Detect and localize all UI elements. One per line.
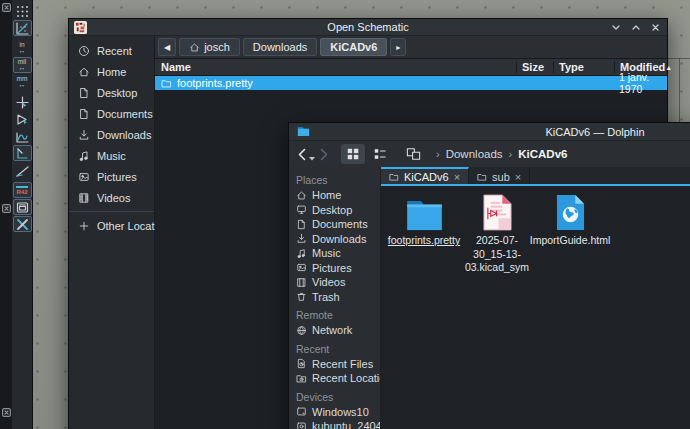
sidebar-item-home[interactable]: Home [69,61,154,82]
places-item-windows10[interactable]: Windows10 [289,405,380,420]
back-button[interactable]: ◀ [158,38,176,56]
tab-label: sub [492,171,510,183]
trash-icon [296,291,307,302]
any-angle-lines-icon[interactable] [13,162,32,178]
clock-icon [78,45,90,57]
maximize-icon[interactable] [631,23,641,32]
close-tab-icon[interactable]: × [515,171,521,183]
crosshair-cursor-icon[interactable] [13,94,32,110]
unit-inches-button[interactable]: in ↔ [13,40,32,56]
sidebar-item-music[interactable]: Music [69,145,154,166]
sidebar-item-downloads[interactable]: Downloads [69,124,154,145]
close-panel-icon[interactable] [2,204,11,213]
file-item-importguide-html[interactable]: ImportGuide.html [536,193,604,248]
icons-view-button[interactable] [341,144,365,164]
dolphin-toolbar: › Downloads › KiCADv6 [289,141,690,167]
places-item-downloads[interactable]: Downloads [289,232,380,247]
split-view-button[interactable] [401,144,425,164]
ortho-lines-icon[interactable] [13,145,32,161]
back-button[interactable] [296,148,315,161]
grid-axes-icon[interactable] [13,20,32,36]
close-panel-icon[interactable] [2,408,11,417]
column-header-name[interactable]: Name [155,61,516,73]
hierarchy-sheet-icon[interactable] [13,111,32,127]
folder-icon [161,78,172,89]
places-item-pictures[interactable]: Pictures [289,261,380,276]
sidebar-item-label: Desktop [97,87,137,99]
file-list-header: Name Size Type Modified ▲ [155,59,667,76]
section-header-devices: Devices [289,386,380,405]
minimize-icon[interactable] [611,23,621,32]
details-view-button[interactable] [368,144,392,164]
close-tab-icon[interactable]: × [454,171,460,183]
places-item-recent-files[interactable]: Recent Files [289,357,380,372]
places-item-home[interactable]: Home [289,188,380,203]
breadcrumb-downloads[interactable]: Downloads [446,148,503,160]
sidebar-item-desktop[interactable]: Desktop [69,82,154,103]
unit-mils-button[interactable]: mil ↔ [13,57,32,73]
sidebar-item-label: Pictures [97,171,137,183]
kicad-edge-strip [0,0,12,429]
file-label: 2025-07-30_15-13-03.kicad_sym [463,234,531,275]
file-row-selected[interactable]: footprints.pretty 1 janv. 1970 [155,76,667,90]
column-header-type[interactable]: Type [553,61,614,73]
sidebar-item-videos[interactable]: Videos [69,187,154,208]
places-item-network[interactable]: Network [289,323,380,338]
hidden-fields-label: R42 [16,186,27,195]
places-item-recent-locations[interactable]: Recent Locations [289,371,380,386]
places-item-documents[interactable]: Documents [289,217,380,232]
places-item-label: kubuntu_2404 [312,420,381,429]
breadcrumb-home[interactable]: josch [179,38,240,56]
globe-icon [296,325,307,336]
unit-millimeters-button[interactable]: mm ↔ [13,74,32,90]
tools-icon[interactable] [13,216,32,232]
file-label: ImportGuide.html [530,234,611,248]
double-arrow-icon: ↔ [19,64,26,71]
properties-panel-icon[interactable] [13,199,32,215]
dolphin-titlebar[interactable]: KiCADv6 — Dolphin [289,123,690,141]
sidebar-item-label: Documents [97,108,153,120]
file-item-footprints-pretty[interactable]: footprints.pretty [390,193,458,248]
close-icon[interactable] [651,23,660,32]
breadcrumb-expander-button[interactable]: ▸ [390,38,406,56]
grid-dots-icon[interactable] [13,3,32,19]
places-item-trash[interactable]: Trash [289,290,380,305]
dialog-titlebar[interactable]: Open Schematic [69,19,667,36]
places-item-label: Music [312,247,341,259]
sidebar-item-other-locations[interactable]: Other Locations [69,215,154,236]
windows-drive-icon [296,406,307,417]
dolphin-file-view[interactable]: footprints.pretty 2025-07-30_15-13-03.ki… [381,184,690,429]
close-panel-icon[interactable] [2,3,11,12]
places-item-videos[interactable]: Videos [289,275,380,290]
sidebar-item-documents[interactable]: Documents [69,103,154,124]
breadcrumb-label: KiCADv6 [330,41,377,53]
monitor-icon [296,204,307,215]
page-icon [78,108,90,120]
sidebar-item-recent[interactable]: Recent [69,40,154,61]
forward-button[interactable] [318,148,330,161]
history-dropdown-icon[interactable] [309,157,315,161]
file-label: footprints.pretty [388,234,460,248]
signal-line-icon[interactable] [13,128,32,144]
tab-sub[interactable]: sub × [469,167,530,184]
sidebar-item-pictures[interactable]: Pictures [69,166,154,187]
home-icon [296,190,307,201]
tab-kicadv6[interactable]: KiCADv6 × [381,167,469,184]
file-name: footprints.pretty [177,77,253,89]
breadcrumb-kicadv6[interactable]: KiCADv6 [320,38,387,56]
breadcrumb-label: Downloads [253,41,307,53]
dolphin-title: KiCADv6 — Dolphin [289,126,690,138]
places-item-label: Videos [312,276,345,288]
places-item-label: Recent Files [312,358,373,370]
file-item-kicad-sym[interactable]: 2025-07-30_15-13-03.kicad_sym [463,193,531,275]
column-header-size[interactable]: Size [516,61,553,73]
places-item-kubuntu-2404[interactable]: kubuntu_2404 [289,419,380,429]
download-icon [296,233,307,244]
hidden-fields-icon[interactable]: R42 [13,182,32,198]
places-item-label: Pictures [312,262,352,274]
places-item-desktop[interactable]: Desktop [289,203,380,218]
music-note-icon [78,150,90,162]
breadcrumb-downloads[interactable]: Downloads [243,38,317,56]
breadcrumb-kicadv6[interactable]: KiCADv6 [518,148,567,160]
places-item-music[interactable]: Music [289,246,380,261]
